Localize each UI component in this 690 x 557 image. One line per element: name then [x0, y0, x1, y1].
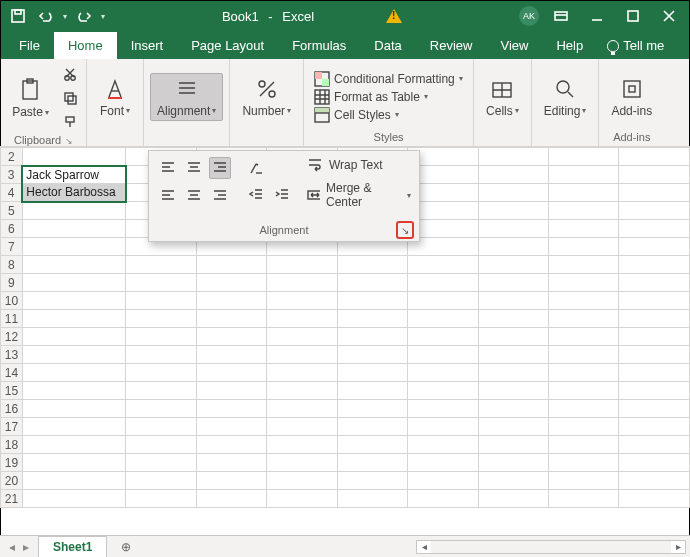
row-header[interactable]: 11 — [1, 310, 23, 328]
tell-me-search[interactable]: Tell me — [597, 32, 674, 59]
row-header[interactable]: 17 — [1, 418, 23, 436]
cell[interactable] — [548, 472, 618, 490]
cell[interactable] — [22, 436, 125, 454]
cell[interactable] — [22, 346, 125, 364]
cell[interactable]: Jack Sparrow — [22, 166, 125, 184]
increase-indent-button[interactable] — [271, 183, 293, 205]
cell[interactable] — [22, 490, 125, 508]
cell[interactable] — [267, 274, 337, 292]
sheet-tab-sheet1[interactable]: Sheet1 — [38, 536, 107, 557]
cell[interactable] — [22, 256, 125, 274]
tab-file[interactable]: File — [5, 32, 54, 59]
cell[interactable] — [337, 292, 407, 310]
cell[interactable] — [267, 400, 337, 418]
tab-home[interactable]: Home — [54, 32, 117, 59]
cell[interactable] — [126, 454, 197, 472]
cell[interactable] — [337, 418, 407, 436]
cell[interactable] — [22, 400, 125, 418]
cell[interactable] — [548, 454, 618, 472]
conditional-formatting-button[interactable]: Conditional Formatting▾ — [314, 71, 463, 87]
cell[interactable] — [126, 346, 197, 364]
chevron-down-icon[interactable]: ▾ — [407, 191, 411, 200]
alignment-dialog-launcher[interactable]: ↘ — [396, 221, 414, 239]
tab-help[interactable]: Help — [542, 32, 597, 59]
paste-button[interactable]: Paste▾ — [6, 75, 55, 121]
cell[interactable] — [548, 418, 618, 436]
cell[interactable] — [548, 310, 618, 328]
tab-review[interactable]: Review — [416, 32, 487, 59]
scroll-left-icon[interactable]: ◂ — [417, 541, 431, 552]
cell[interactable] — [22, 454, 125, 472]
editing-button[interactable]: Editing▾ — [538, 74, 593, 120]
cell[interactable] — [619, 418, 690, 436]
cell[interactable] — [478, 238, 548, 256]
cell[interactable] — [408, 310, 478, 328]
cell[interactable] — [548, 184, 618, 202]
cell[interactable] — [408, 490, 478, 508]
cell[interactable] — [408, 454, 478, 472]
tab-insert[interactable]: Insert — [117, 32, 178, 59]
cell[interactable] — [548, 382, 618, 400]
cell[interactable] — [619, 472, 690, 490]
align-top-right-button[interactable] — [209, 157, 231, 179]
cell[interactable] — [478, 436, 548, 454]
cell[interactable] — [478, 364, 548, 382]
cell[interactable] — [548, 256, 618, 274]
minimize-button[interactable] — [583, 5, 611, 27]
cell[interactable] — [126, 418, 197, 436]
wrap-text-button[interactable]: Wrap Text — [307, 157, 411, 173]
cell[interactable] — [126, 364, 197, 382]
cell[interactable] — [478, 274, 548, 292]
cell[interactable] — [337, 472, 407, 490]
cell-styles-button[interactable]: Cell Styles▾ — [314, 107, 399, 123]
cell[interactable] — [478, 490, 548, 508]
cell[interactable] — [619, 364, 690, 382]
tab-view[interactable]: View — [486, 32, 542, 59]
cell[interactable] — [267, 256, 337, 274]
cell[interactable] — [22, 202, 125, 220]
row-header[interactable]: 14 — [1, 364, 23, 382]
copy-button[interactable] — [59, 87, 81, 109]
cell[interactable] — [408, 274, 478, 292]
cell[interactable] — [408, 382, 478, 400]
number-button[interactable]: Number▾ — [236, 74, 297, 120]
cell[interactable] — [337, 436, 407, 454]
cell[interactable] — [548, 436, 618, 454]
cell[interactable] — [126, 490, 197, 508]
undo-icon[interactable] — [35, 5, 57, 27]
row-header[interactable]: 13 — [1, 346, 23, 364]
cell[interactable] — [337, 454, 407, 472]
cell[interactable] — [478, 346, 548, 364]
cell[interactable] — [126, 274, 197, 292]
cell[interactable] — [337, 346, 407, 364]
cell[interactable] — [126, 472, 197, 490]
cell[interactable] — [267, 490, 337, 508]
cell[interactable] — [267, 364, 337, 382]
row-header[interactable]: 3 — [1, 166, 23, 184]
tab-page-layout[interactable]: Page Layout — [177, 32, 278, 59]
cell[interactable] — [22, 382, 125, 400]
cell[interactable] — [548, 238, 618, 256]
cell[interactable] — [619, 310, 690, 328]
cell[interactable] — [337, 274, 407, 292]
cell[interactable] — [196, 400, 266, 418]
cell[interactable] — [478, 454, 548, 472]
redo-icon[interactable] — [73, 5, 95, 27]
cell[interactable] — [478, 472, 548, 490]
cell[interactable] — [126, 400, 197, 418]
cell[interactable] — [267, 472, 337, 490]
tab-nav-last-icon[interactable]: ▸ — [20, 540, 32, 554]
cell[interactable] — [548, 220, 618, 238]
qat-customize-icon[interactable]: ▾ — [101, 12, 105, 21]
decrease-indent-button[interactable] — [245, 183, 267, 205]
cell[interactable] — [548, 364, 618, 382]
cell[interactable] — [196, 472, 266, 490]
cell[interactable] — [619, 148, 690, 166]
row-header[interactable]: 18 — [1, 436, 23, 454]
cell[interactable] — [22, 220, 125, 238]
cell[interactable] — [548, 148, 618, 166]
cell[interactable] — [22, 364, 125, 382]
cell[interactable] — [478, 220, 548, 238]
row-header[interactable]: 19 — [1, 454, 23, 472]
cell[interactable] — [267, 292, 337, 310]
